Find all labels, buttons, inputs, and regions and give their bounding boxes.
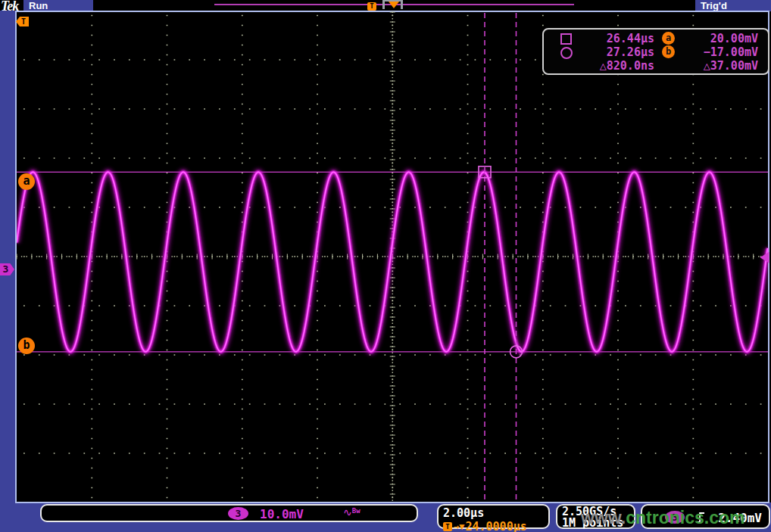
channel3-badge: 3 <box>228 507 248 520</box>
oscilloscope-screen: Tek Run Trig'd T <box>0 0 771 532</box>
left-margin-strip <box>0 11 15 502</box>
horizontal-position: 24.0000µs <box>465 520 526 532</box>
record-trigger-t-icon: T <box>367 2 376 11</box>
delta-voltage: △37.00mV <box>685 59 768 73</box>
horizontal-trigger-t-icon: T <box>443 522 452 531</box>
trigger-status: Trig'd <box>701 0 727 11</box>
delta-time: △820.0ns <box>579 59 654 73</box>
horizontal-scale: 2.00µs <box>443 506 548 520</box>
channel3-coupling-icon: ∿Bw <box>343 506 361 518</box>
record-window-arrow-icon <box>389 2 399 8</box>
watermark: www.cntronics.com <box>581 508 744 528</box>
horizontal-settings-box[interactable]: 2.00µs T →▼ 24.0000µs <box>437 504 550 529</box>
channel3-settings-box[interactable]: 3 10.0mV ∿Bw <box>40 504 418 522</box>
acquisition-status: Run <box>29 0 48 11</box>
horizontal-delay-arrow-icon: →▼ <box>454 521 464 532</box>
cursor1-voltage: 20.00mV <box>685 32 768 45</box>
cursor-b-badge-icon: b <box>662 45 675 58</box>
cursor1-square-icon <box>560 33 572 45</box>
cursor2-voltage: −17.00mV <box>685 45 768 59</box>
cursor2-circle-icon <box>560 47 573 59</box>
cursor-a-marker[interactable]: a <box>18 173 35 190</box>
cursor2-time: 27.26µs <box>579 45 654 59</box>
cursor1-time: 26.44µs <box>579 32 654 45</box>
cursor-readout-box: 26.44µs a 20.00mV 27.26µs b −17.00mV △82… <box>542 28 769 75</box>
cursor-a-badge-icon: a <box>662 32 675 45</box>
channel3-scale: 10.0mV <box>260 507 304 521</box>
graticule <box>15 11 769 503</box>
acquisition-status-bar: Run <box>23 0 93 11</box>
cursor-b-marker[interactable]: b <box>18 338 35 354</box>
trigger-status-bar: Trig'd <box>695 0 771 11</box>
